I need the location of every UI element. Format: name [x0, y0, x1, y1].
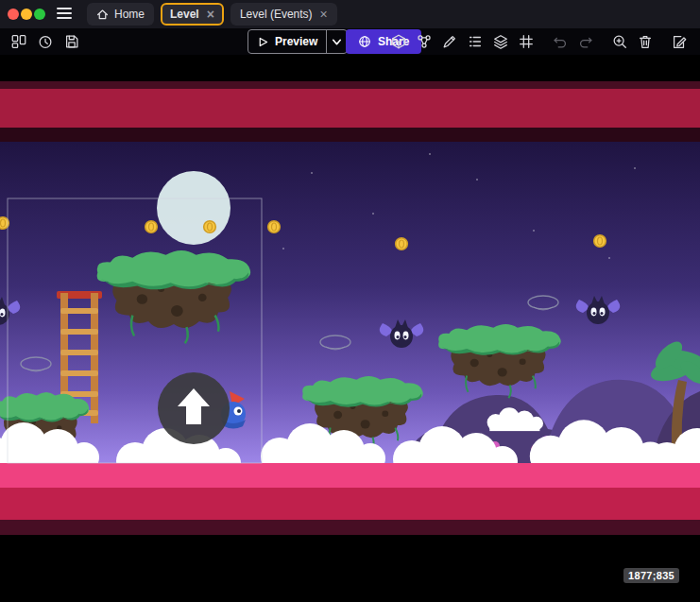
object-cube-icon[interactable] — [387, 30, 410, 53]
coin-sprite[interactable] — [268, 221, 281, 233]
grid-icon[interactable] — [515, 30, 538, 53]
tab-label: Level (Events) — [240, 8, 313, 21]
tab-label: Level — [170, 8, 199, 21]
history-icon[interactable] — [34, 30, 57, 53]
coin-sprite[interactable] — [594, 235, 606, 248]
close-window-button[interactable] — [8, 9, 19, 20]
ground-bands — [0, 463, 700, 602]
preview-label: Preview — [275, 35, 317, 48]
minimize-window-button[interactable] — [21, 9, 32, 20]
layers-icon[interactable] — [489, 30, 512, 53]
scene-viewport[interactable] — [0, 55, 700, 602]
instances-icon[interactable] — [413, 30, 435, 53]
project-panels-icon[interactable] — [8, 30, 30, 53]
tab-bar: Home Level × Level (Events) × — [87, 3, 337, 26]
chevron-down-icon — [331, 36, 343, 48]
moon-sprite[interactable] — [157, 171, 230, 245]
moon-layer — [157, 171, 230, 245]
pencil-icon[interactable] — [438, 30, 461, 53]
zoom-in-icon[interactable] — [608, 30, 631, 53]
trash-icon[interactable] — [634, 30, 657, 53]
toolbar: Preview Share — [0, 28, 700, 55]
titlebar: Home Level × Level (Events) × — [0, 0, 700, 28]
toolbar-left-group — [8, 30, 83, 53]
jump-button-sprite[interactable] — [158, 372, 230, 444]
toolbar-right-group — [387, 30, 691, 53]
scene-editor-canvas[interactable]: 1877;835 — [0, 55, 700, 602]
properties-list-icon[interactable] — [464, 30, 487, 53]
close-tab-icon[interactable]: × — [320, 8, 328, 21]
close-tab-icon[interactable]: × — [207, 8, 214, 21]
tab-home[interactable]: Home — [87, 3, 154, 26]
redo-icon[interactable] — [574, 30, 597, 53]
cursor-coordinates: 1877;835 — [623, 568, 679, 583]
maximize-window-button[interactable] — [34, 9, 45, 20]
app-window: Home Level × Level (Events) × — [0, 0, 700, 602]
preview-options-dropdown[interactable] — [326, 30, 347, 53]
undo-icon[interactable] — [549, 30, 572, 53]
preview-button[interactable]: Preview — [248, 29, 348, 54]
play-icon — [257, 36, 269, 48]
save-icon[interactable] — [60, 30, 83, 53]
coin-sprite[interactable] — [396, 238, 408, 250]
touch-button-layer — [158, 372, 230, 444]
home-icon — [96, 9, 109, 21]
hamburger-menu-icon[interactable] — [57, 8, 74, 22]
tab-level-events[interactable]: Level (Events) × — [230, 3, 337, 26]
globe-icon — [358, 35, 371, 48]
tab-label: Home — [114, 8, 145, 21]
edit-scene-icon[interactable] — [668, 30, 691, 53]
tab-level[interactable]: Level × — [161, 3, 224, 26]
coin-sprite[interactable] — [204, 221, 216, 233]
coin-sprite[interactable] — [145, 221, 158, 233]
